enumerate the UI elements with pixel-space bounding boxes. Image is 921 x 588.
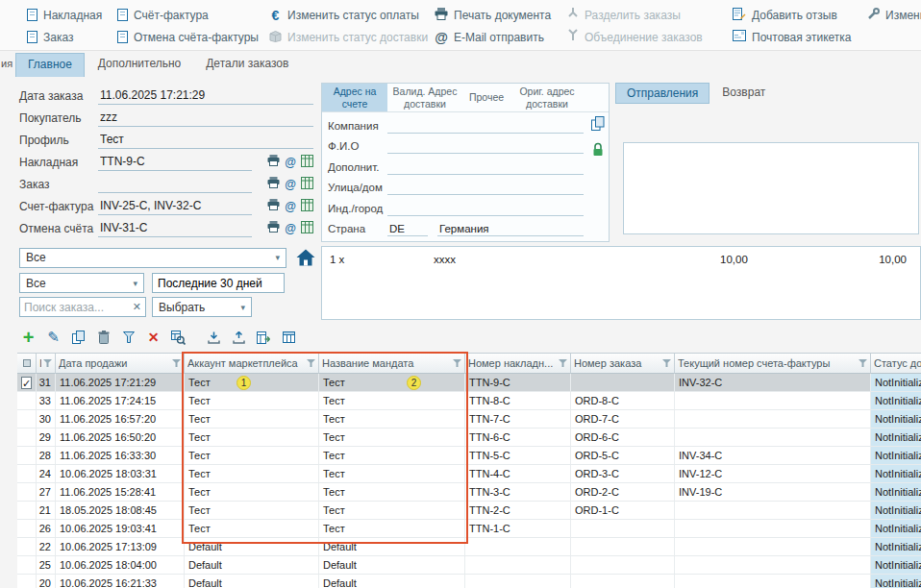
select-cell[interactable] <box>17 447 37 464</box>
select-cell[interactable] <box>17 538 37 555</box>
street-input[interactable] <box>387 180 584 195</box>
collapsed-panel-tab[interactable]: ия <box>1 58 12 69</box>
table-row[interactable]: ✓3111.06.2025 17:21:29Тест1Тест2TTN-9-CI… <box>17 374 921 392</box>
additional-input[interactable] <box>387 159 584 175</box>
table-row[interactable]: 2911.06.2025 16:50:20ТестТестTTN-6-CORD-… <box>17 429 921 447</box>
select-cell[interactable] <box>17 520 37 537</box>
buyer-input[interactable] <box>98 110 313 127</box>
filter-funnel-icon[interactable] <box>662 359 671 367</box>
filter-funnel-icon[interactable] <box>307 359 315 367</box>
tab-order-details[interactable]: Детали заказов <box>194 53 300 77</box>
lock-icon[interactable] <box>592 142 604 159</box>
select-cell[interactable] <box>17 410 37 428</box>
table-row[interactable]: 2210.06.2025 17:13:09DefaultDefaultNotIn… <box>17 538 921 556</box>
split-orders-button[interactable]: Разделить заказы <box>567 7 703 23</box>
order-items-panel[interactable]: 1 x xxxx 10,00 10,00 <box>321 246 921 320</box>
add-button[interactable]: + <box>17 327 39 349</box>
home-button[interactable] <box>292 246 319 269</box>
find-in-table-button[interactable] <box>167 327 189 349</box>
add-review-button[interactable]: Добавить отзыв <box>733 7 851 23</box>
table-row[interactable]: 2711.06.2025 15:28:41ТестТестTTN-3-CORD-… <box>17 483 921 502</box>
column-header-order[interactable]: Номер заказа <box>571 354 675 374</box>
column-header-id[interactable]: ID <box>37 354 56 374</box>
print-icon[interactable] <box>267 177 280 191</box>
delete-button[interactable] <box>92 327 114 349</box>
report-icon[interactable] <box>301 155 313 170</box>
column-header-status[interactable]: Статус доста... <box>871 354 921 374</box>
change-payment-status-button[interactable]: € Изменить статус оплаты <box>269 7 428 23</box>
email-icon[interactable]: @ <box>285 200 296 213</box>
table-view-button[interactable] <box>278 327 300 349</box>
email-icon[interactable]: @ <box>285 156 296 169</box>
order-input[interactable] <box>98 176 252 193</box>
export-button[interactable] <box>228 327 250 349</box>
filter-funnel-icon[interactable] <box>559 359 567 367</box>
select-cell[interactable] <box>17 556 37 574</box>
table-row[interactable]: 2610.06.2025 19:03:41ТестТестTTN-1-CNotI… <box>17 520 921 538</box>
tab-valid-shipping-address[interactable]: Валид. Адрес доставки <box>387 84 462 111</box>
tab-other[interactable]: Прочее <box>462 84 510 111</box>
merge-orders-button[interactable]: Объединение заказов <box>567 29 703 45</box>
print-icon[interactable] <box>267 155 280 169</box>
row-checkbox[interactable]: ✓ <box>21 377 32 389</box>
filter-button[interactable] <box>117 327 139 349</box>
column-header-mandate[interactable]: Название мандата <box>319 354 465 374</box>
copy-address-icon[interactable] <box>591 116 605 134</box>
select-cell[interactable] <box>17 483 37 501</box>
select-cell[interactable] <box>17 429 37 446</box>
column-header-waybill[interactable]: Номер накладн... <box>465 354 571 374</box>
table-row[interactable]: 2510.06.2025 18:04:00DefaultDefaultNotIn… <box>17 556 921 575</box>
tab-additional[interactable]: Дополнительно <box>87 53 192 77</box>
full-name-input[interactable] <box>387 138 584 154</box>
table-row[interactable]: 3011.06.2025 16:57:20ТестТестTTN-7-CORD-… <box>17 410 921 429</box>
cancel-invoice-button[interactable]: Отмена счёта-фактуры <box>117 29 259 45</box>
invoice-input[interactable] <box>98 198 252 215</box>
report-icon[interactable] <box>301 221 313 236</box>
print-icon[interactable] <box>267 199 280 213</box>
clear-search-icon[interactable]: ✕ <box>133 301 141 313</box>
country-code-input[interactable] <box>387 221 428 236</box>
filter-funnel-icon[interactable] <box>43 359 52 367</box>
tab-returns[interactable]: Возврат <box>711 83 776 104</box>
print-icon[interactable] <box>267 221 280 235</box>
email-icon[interactable]: @ <box>285 178 296 191</box>
modify-button[interactable]: Изменить <box>867 7 921 23</box>
profile-input[interactable] <box>98 132 313 149</box>
copy-button[interactable] <box>67 327 89 349</box>
country-name-input[interactable] <box>437 221 584 236</box>
column-header-account[interactable]: Аккаунт маркетплейса <box>185 354 319 374</box>
tab-main[interactable]: Главное <box>15 53 85 77</box>
export-table-button[interactable] <box>253 327 275 349</box>
select-cell[interactable] <box>17 392 37 409</box>
select-orders-dropdown[interactable]: Выбрать ▾ <box>152 297 252 317</box>
clear-filter-button[interactable]: ✕ <box>142 327 164 349</box>
select-cell[interactable] <box>17 502 37 519</box>
table-row[interactable]: 2010.06.2025 16:21:33DefaultDefaultNotIn… <box>17 575 921 588</box>
edit-button[interactable]: ✎ <box>42 327 64 349</box>
column-header-date[interactable]: Дата продажи <box>56 354 185 374</box>
order-button[interactable]: Заказ <box>27 29 102 45</box>
table-row[interactable]: 2118.05.2025 18:08:45ТестТестTTN-2-CORD-… <box>17 502 921 520</box>
report-icon[interactable] <box>301 177 313 192</box>
column-header-invoice[interactable]: Текущий номер счета-фактуры <box>675 354 871 374</box>
select-all-icon[interactable] <box>23 359 31 367</box>
period-input[interactable] <box>152 273 285 293</box>
account-filter-select[interactable]: Все ▾ <box>19 273 144 293</box>
import-button[interactable] <box>203 327 225 349</box>
invoice-button[interactable]: Счёт-фактура <box>117 7 259 23</box>
select-cell[interactable] <box>17 575 37 588</box>
tab-original-shipping-address[interactable]: Ориг. адрес доставки <box>510 84 584 111</box>
table-row[interactable]: 2410.06.2025 18:03:31ТестТестTTN-4-CORD-… <box>17 465 921 483</box>
select-cell[interactable] <box>17 465 37 482</box>
status-filter-select[interactable]: Все ▾ <box>19 248 286 268</box>
filter-funnel-icon[interactable] <box>172 359 181 367</box>
table-row[interactable]: 2811.06.2025 16:33:30ТестТестTTN-5-CORD-… <box>17 447 921 465</box>
email-icon[interactable]: @ <box>285 222 296 235</box>
shipments-list[interactable] <box>623 142 919 234</box>
table-row[interactable]: 3311.06.2025 17:24:15ТестТестTTN-8-CORD-… <box>17 392 921 410</box>
zip-city-input[interactable] <box>387 201 584 216</box>
filter-funnel-icon[interactable] <box>453 359 461 367</box>
waybill-input[interactable] <box>98 154 252 171</box>
order-search-input[interactable] <box>24 301 130 314</box>
report-icon[interactable] <box>301 199 313 214</box>
